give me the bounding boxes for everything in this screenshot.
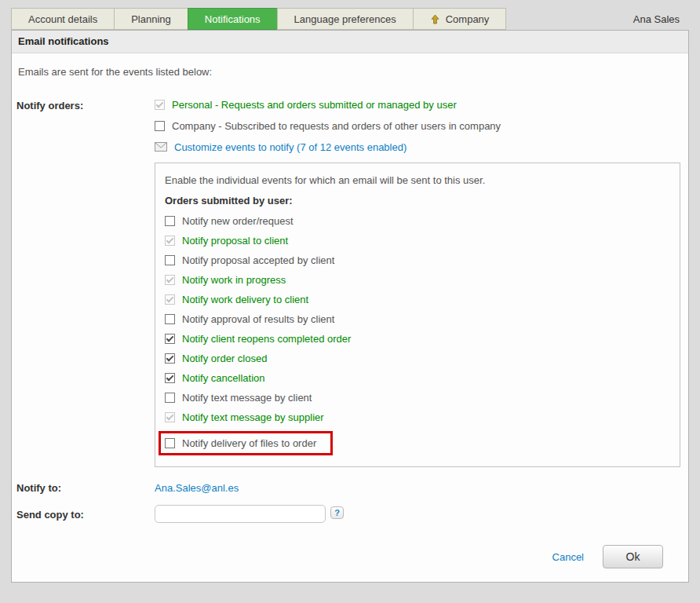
send-copy-input[interactable]: [155, 505, 326, 523]
event-label: Notify approval of results by client: [182, 313, 334, 325]
tab-notifications[interactable]: Notifications: [188, 8, 278, 30]
help-icon[interactable]: ?: [330, 506, 344, 519]
company-option-row: Company - Subscribed to requests and ord…: [155, 120, 680, 131]
tab-account-details[interactable]: Account details: [11, 8, 115, 30]
event-row: Notify new order/request: [165, 215, 670, 226]
event-row: Notify order closed: [165, 353, 670, 364]
personal-checkbox: [155, 100, 165, 110]
event-checkbox: [165, 236, 175, 246]
event-label: Notify new order/request: [182, 215, 293, 227]
footer-actions: Cancel Ok: [16, 545, 679, 568]
events-box-intro: Enable the individual events for which a…: [165, 174, 670, 186]
tab-language-preferences[interactable]: Language preferences: [277, 8, 414, 30]
event-label: Notify proposal accepted by client: [182, 254, 334, 266]
email-notifications-panel: Email notifications Emails are sent for …: [11, 30, 689, 583]
events-group-label: Orders submitted by user:: [165, 195, 670, 206]
personal-option-row: Personal - Requests and orders submitted…: [155, 99, 680, 110]
notify-to-email-link[interactable]: Ana.Sales@anl.es: [155, 482, 239, 494]
event-label: Notify work delivery to client: [182, 294, 308, 305]
tab-company-label: Company: [446, 9, 490, 30]
notify-orders-row: Notify orders: Personal - Requests and o…: [16, 99, 679, 467]
panel-title: Email notifications: [12, 31, 688, 53]
company-checkbox[interactable]: [155, 121, 165, 131]
event-row: Notify proposal accepted by client: [165, 254, 670, 265]
event-checkbox[interactable]: [165, 216, 175, 226]
intro-text: Emails are sent for the events listed be…: [18, 66, 679, 78]
event-checkbox[interactable]: [165, 373, 175, 383]
event-row: Notify proposal to client: [165, 235, 670, 246]
event-checkbox[interactable]: [165, 393, 175, 403]
envelope-icon: [155, 142, 167, 152]
event-row: Notify work in progress: [165, 274, 670, 285]
tab-company[interactable]: Company: [413, 8, 507, 30]
personal-option-label: Personal - Requests and orders submitted…: [172, 99, 457, 111]
send-copy-label: Send copy to:: [16, 508, 155, 521]
event-row: Notify work delivery to client: [165, 294, 670, 305]
event-row: Notify client reopens completed order: [165, 333, 670, 344]
event-label: Notify delivery of files to order: [182, 437, 316, 449]
event-checkbox[interactable]: [165, 334, 175, 344]
company-option-label: Company - Subscribed to requests and ord…: [172, 120, 501, 132]
event-row: Notify approval of results by client: [165, 313, 670, 324]
notify-to-row: Notify to: Ana.Sales@anl.es: [16, 481, 679, 494]
event-label: Notify proposal to client: [182, 235, 288, 247]
cancel-link[interactable]: Cancel: [552, 551, 584, 563]
highlighted-event-row: Notify delivery of files to order: [159, 431, 333, 455]
event-checkbox[interactable]: [165, 255, 175, 265]
event-checkbox[interactable]: [165, 314, 175, 324]
tab-planning[interactable]: Planning: [114, 8, 188, 30]
event-label: Notify order closed: [182, 353, 267, 364]
notify-orders-field: Personal - Requests and orders submitted…: [155, 99, 680, 467]
event-row: Notify cancellation: [165, 372, 670, 383]
event-label: Notify text message by supplier: [182, 411, 324, 423]
user-name: Ana Sales: [633, 13, 689, 25]
event-checkbox: [165, 275, 175, 285]
event-label: Notify work in progress: [182, 274, 286, 286]
event-row: Notify text message by supplier: [165, 411, 670, 422]
event-label: Notify text message by client: [182, 392, 312, 404]
company-up-arrow-icon: [430, 14, 440, 24]
settings-screen: Account details Planning Notifications L…: [0, 0, 700, 603]
event-checkbox[interactable]: [165, 353, 175, 364]
panel-content: Emails are sent for the events listed be…: [12, 53, 688, 568]
events-box: Enable the individual events for which a…: [155, 163, 680, 467]
notify-to-label: Notify to:: [16, 481, 155, 494]
event-row: Notify text message by client: [165, 392, 670, 403]
tab-bar: Account details Planning Notifications L…: [11, 8, 689, 30]
event-checkbox[interactable]: [165, 438, 175, 448]
customize-events-row: Customize events to notify (7 of 12 even…: [155, 141, 680, 152]
event-checkbox: [165, 412, 175, 422]
ok-button[interactable]: Ok: [603, 545, 663, 568]
customize-events-link[interactable]: Customize events to notify (7 of 12 even…: [174, 141, 407, 153]
notify-orders-label: Notify orders:: [16, 99, 155, 467]
event-checkbox: [165, 294, 175, 305]
event-label: Notify client reopens completed order: [182, 333, 351, 345]
send-copy-row: Send copy to: ?: [16, 505, 679, 523]
event-label: Notify cancellation: [182, 372, 265, 384]
